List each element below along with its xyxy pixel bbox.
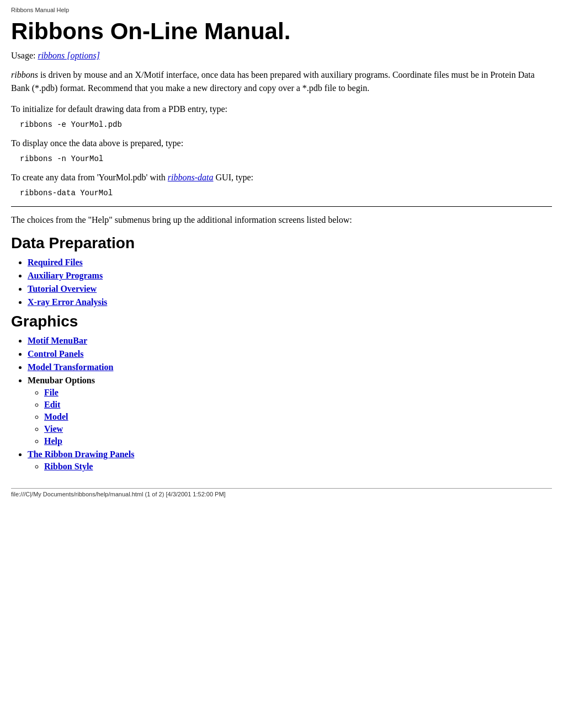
usage-label: Usage: (11, 51, 35, 60)
page-title: Ribbons On-Line Manual. (11, 19, 552, 44)
list-item: Model Transformation (28, 362, 552, 372)
sections-container: Data PreparationRequired FilesAuxiliary … (11, 234, 552, 472)
intro-italic: ribbons (11, 70, 38, 79)
usage-line: Usage: ribbons [options] (11, 51, 552, 61)
list-item-link[interactable]: X-ray Error Analysis (28, 297, 107, 307)
list-item-link[interactable]: Required Files (28, 258, 83, 267)
list-item: Motif MenuBar (28, 336, 552, 346)
list-item: Required Files (28, 258, 552, 267)
sub-list-item-link[interactable]: View (44, 424, 63, 433)
list-item: The Ribbon Drawing PanelsRibbon Style (28, 449, 552, 472)
command-code-2: ribbons -n YourMol (11, 153, 552, 164)
sub-list-item-link[interactable]: Model (44, 412, 68, 421)
sub-list: Ribbon Style (44, 462, 552, 472)
section: Data PreparationRequired FilesAuxiliary … (11, 234, 552, 307)
list-item: Control Panels (28, 349, 552, 359)
sub-list-item: Edit (44, 400, 552, 410)
sub-list-item-link[interactable]: File (44, 388, 59, 397)
sub-list: FileEditModelViewHelp (44, 388, 552, 446)
list-item: X-ray Error Analysis (28, 297, 552, 307)
sub-list-item: Ribbon Style (44, 462, 552, 472)
list-item-link[interactable]: The Ribbon Drawing Panels (28, 449, 134, 459)
command-desc-2: To display once the data above is prepar… (11, 137, 552, 150)
list-item-link[interactable]: Control Panels (28, 349, 83, 358)
command-code-1: ribbons -e YourMol.pdb (11, 119, 552, 130)
sub-list-item: File (44, 388, 552, 398)
list-item: Tutorial Overview (28, 284, 552, 294)
subheading-text: The choices from the "Help" submenus bri… (11, 213, 552, 227)
list-item: Menubar OptionsFileEditModelViewHelp (28, 376, 552, 446)
list-item-link[interactable]: Tutorial Overview (28, 284, 97, 293)
create-code: ribbons-data YourMol (11, 188, 552, 199)
section-title: Graphics (11, 313, 552, 330)
sub-list-item-link[interactable]: Help (44, 436, 62, 446)
create-desc: To create any data from 'YourMol.pdb' wi… (11, 171, 552, 184)
list-item-link[interactable]: Auxiliary Programs (28, 271, 103, 280)
create-desc-suffix: GUI, type: (214, 173, 253, 182)
list-item: Auxiliary Programs (28, 271, 552, 281)
usage-link[interactable]: ribbons [options] (38, 51, 99, 60)
main-list: Motif MenuBarControl PanelsModel Transfo… (28, 336, 552, 472)
intro-normal: is driven by mouse and an X/Motif interf… (11, 70, 535, 93)
list-item-link[interactable]: Motif MenuBar (28, 336, 87, 345)
intro-paragraph: ribbons is driven by mouse and an X/Moti… (11, 68, 552, 95)
section: GraphicsMotif MenuBarControl PanelsModel… (11, 313, 552, 472)
sub-list-item-link[interactable]: Ribbon Style (44, 462, 93, 471)
list-item-link[interactable]: Model Transformation (28, 362, 113, 372)
ribbons-data-link[interactable]: ribbons-data (168, 173, 214, 182)
sub-list-item: Model (44, 412, 552, 422)
section-title: Data Preparation (11, 234, 552, 252)
browser-bar: Ribbons Manual Help (11, 6, 552, 17)
list-item-bold: Menubar Options (28, 376, 95, 385)
sub-list-item-link[interactable]: Edit (44, 400, 60, 409)
footer-bar: file:///C|/My Documents/ribbons/help/man… (11, 488, 552, 497)
create-desc-prefix: To create any data from 'YourMol.pdb' wi… (11, 173, 168, 182)
sub-list-item: View (44, 424, 552, 434)
main-list: Required FilesAuxiliary ProgramsTutorial… (28, 258, 552, 307)
section-divider (11, 206, 552, 207)
sub-list-item: Help (44, 436, 552, 446)
command-desc-1: To initialize for default drawing data f… (11, 103, 552, 116)
